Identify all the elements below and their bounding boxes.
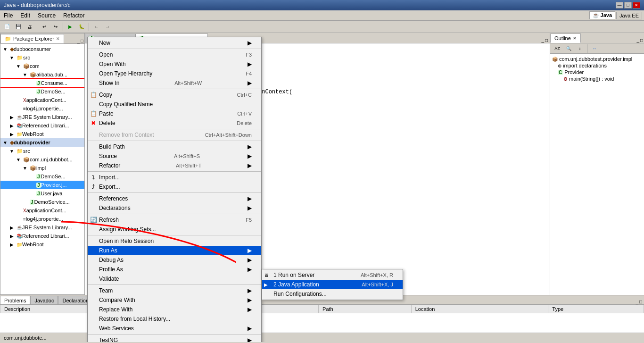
toolbar-undo[interactable]: ↩: [39, 22, 50, 32]
ctx-import[interactable]: ⤵ Import...: [88, 173, 261, 182]
outline-collapse-btn[interactable]: ↕: [575, 43, 585, 54]
min-outline-icon[interactable]: _: [636, 38, 639, 43]
ctx-run-as[interactable]: Run As ▶: [88, 246, 261, 255]
ctx-open-with[interactable]: Open With ▶: [88, 59, 261, 69]
tree-item-dubboconsumer[interactable]: ▼ ◈ dubboconsumer: [0, 45, 84, 53]
ctx-profile-as[interactable]: Profile As ▶: [88, 265, 261, 274]
menu-refactor[interactable]: Refactor: [59, 11, 88, 20]
ctx-assign-working-sets[interactable]: Assign Working Sets...: [88, 225, 261, 234]
ctx-remove-context[interactable]: Remove from Context Ctrl+Alt+Shift+Down: [88, 130, 261, 140]
ctx-copy-qualified[interactable]: Copy Qualified Name: [88, 100, 261, 109]
toolbar-print[interactable]: 🖨: [25, 22, 35, 32]
min-explorer-icon[interactable]: _: [77, 38, 80, 43]
tree-item-consume[interactable]: J Consume...: [0, 79, 84, 87]
perspective-java[interactable]: ☕ Java: [589, 11, 616, 19]
ctx-refresh[interactable]: 🔄 Refresh F5: [88, 215, 261, 225]
outline-item-pkg[interactable]: 📦 com.unj.dubbotest.provider.impl: [552, 56, 642, 62]
toolbar-debug[interactable]: 🐛: [76, 22, 87, 32]
ctx-web-services[interactable]: Web Services ▶: [88, 324, 261, 333]
context-menu[interactable]: New ▶ Open F3 Open With ▶ Open Type Hier…: [87, 37, 262, 342]
tree-item-appctx2[interactable]: X applicationCont...: [0, 206, 84, 215]
tree-item-reflibs[interactable]: ▶ 📚 Referenced Librari...: [0, 121, 84, 130]
close-outline-icon[interactable]: ✕: [573, 36, 577, 41]
run-as-submenu[interactable]: 🖥 1 Run on Server Alt+Shift+X, R ▶ 2 Jav…: [262, 269, 403, 300]
run-java-application[interactable]: ▶ 2 Java Application Alt+Shift+X, J: [262, 280, 403, 289]
tree-item-jre[interactable]: ▶ ☕ JRE System Library...: [0, 113, 84, 121]
toolbar-new[interactable]: 📄: [2, 22, 12, 32]
tree-item-webroot2[interactable]: ▶ 📁 WebRoot: [0, 240, 84, 249]
tree-item-userjava[interactable]: J User.java: [0, 189, 84, 198]
ctx-team[interactable]: Team ▶: [88, 286, 261, 295]
window-controls[interactable]: — □ ✕: [616, 2, 640, 8]
menu-file[interactable]: File: [0, 11, 17, 20]
ctx-paste[interactable]: 📋 Paste Ctrl+V: [88, 109, 261, 118]
close-button[interactable]: ✕: [633, 2, 640, 8]
ctx-validate[interactable]: Validate: [88, 274, 261, 284]
ctx-testng[interactable]: TestNG ▶: [88, 335, 261, 342]
ctx-export[interactable]: ⤴ Export...: [88, 182, 261, 192]
toolbar-run[interactable]: ▶: [65, 22, 75, 32]
tree-item-impl[interactable]: ▼ 📦 impl: [0, 164, 84, 172]
tree-item-appctx[interactable]: X applicationCont...: [0, 96, 84, 104]
max-editor-icon[interactable]: □: [545, 38, 548, 43]
ctx-refactor[interactable]: Refactor Alt+Shift+T ▶: [88, 161, 261, 170]
menu-edit[interactable]: Edit: [17, 11, 34, 20]
tree-item-src2[interactable]: ▼ 📁 src: [0, 147, 84, 155]
outline-item-imports[interactable]: ⊕ import declarations: [552, 62, 642, 69]
tree-item-alibaba[interactable]: ▼ 📦 alibaba.dub...: [0, 70, 84, 79]
tab-package-explorer[interactable]: 📁 Package Explorer ✕: [0, 34, 64, 43]
ctx-source[interactable]: Source Alt+Shift+S ▶: [88, 151, 261, 161]
tree-item-jre2[interactable]: ▶ ☕ JRE System Library...: [0, 223, 84, 232]
ctx-debug-as[interactable]: Debug As ▶: [88, 255, 261, 265]
tree-item-log4j[interactable]: ≡ log4j.propertie...: [0, 104, 84, 113]
menu-source[interactable]: Source: [34, 11, 59, 20]
tree-item-log4j2[interactable]: ≡ log4j.propertie...: [0, 215, 84, 223]
ctx-delete[interactable]: ✖ Delete Delete: [88, 118, 261, 128]
perspective-javaee[interactable]: Java EE: [616, 12, 642, 19]
tree-item-reflibs2[interactable]: ▶ 📚 Referenced Librari...: [0, 232, 84, 240]
min-bottom-icon[interactable]: _: [636, 299, 638, 304]
ctx-open[interactable]: Open F3: [88, 50, 261, 59]
tree-item-webroot[interactable]: ▶ 📁 WebRoot: [0, 130, 84, 138]
tree-item-provider[interactable]: J Provider.j...: [0, 181, 84, 189]
outline-link-btn[interactable]: ↔: [589, 43, 600, 54]
maximize-button[interactable]: □: [624, 2, 632, 8]
tab-problems[interactable]: Problems: [0, 296, 30, 304]
close-explorer-icon[interactable]: ✕: [56, 36, 60, 41]
max-outline-icon[interactable]: □: [640, 38, 643, 43]
toolbar-save[interactable]: 💾: [13, 22, 24, 32]
ctx-show-in[interactable]: Show In Alt+Shift+W ▶: [88, 78, 261, 88]
ctx-compare-with[interactable]: Compare With ▶: [88, 295, 261, 305]
outline-filter-btn[interactable]: 🔍: [563, 43, 574, 54]
ctx-copy[interactable]: 📋 Copy Ctrl+C: [88, 90, 261, 100]
ctx-open-type-hierarchy[interactable]: Open Type Hierarchy F4: [88, 69, 261, 78]
toolbar-forward[interactable]: →: [102, 22, 113, 32]
outline-item-class[interactable]: C Provider: [552, 69, 642, 75]
ctx-build-path[interactable]: Build Path ▶: [88, 142, 261, 151]
max-bottom-icon[interactable]: □: [639, 299, 642, 304]
tree-item-demose[interactable]: J DemoSe...: [0, 87, 84, 96]
min-editor-icon[interactable]: _: [541, 38, 544, 43]
run-configurations[interactable]: Run Configurations...: [262, 289, 403, 299]
toolbar-redo[interactable]: ↪: [50, 22, 61, 32]
outline-sort-btn[interactable]: AZ: [552, 43, 562, 54]
tree-item-comunjdub[interactable]: ▼ 📦 com.unj.dubbbot...: [0, 155, 84, 164]
tree-item-dubboprovider[interactable]: ▼ ◈ dubboprovider: [0, 138, 84, 147]
tree-item-com[interactable]: ▼ 📦 com: [0, 62, 84, 70]
outline-item-main[interactable]: ⚙ main(String[]) : void: [552, 75, 642, 82]
tree-item-src[interactable]: ▼ 📁 src: [0, 53, 84, 62]
ctx-new[interactable]: New ▶: [88, 38, 261, 48]
tab-javadoc[interactable]: Javadoc: [30, 296, 58, 304]
tab-outline[interactable]: Outline ✕: [550, 33, 581, 43]
ctx-declarations[interactable]: Declarations ▶: [88, 203, 261, 213]
ctx-open-relo[interactable]: Open in Relo Session: [88, 236, 261, 246]
tree-item-demosvc[interactable]: J DemoSe...: [0, 172, 84, 181]
max-explorer-icon[interactable]: □: [81, 38, 83, 43]
run-on-server[interactable]: 🖥 1 Run on Server Alt+Shift+X, R: [262, 270, 403, 280]
tree-item-demoservice[interactable]: J DemoService...: [0, 198, 84, 206]
ctx-restore-local[interactable]: Restore from Local History...: [88, 314, 261, 324]
ctx-replace-with[interactable]: Replace With ▶: [88, 305, 261, 314]
ctx-references[interactable]: References ▶: [88, 194, 261, 203]
toolbar-back[interactable]: ←: [91, 22, 101, 32]
minimize-button[interactable]: —: [616, 2, 623, 8]
